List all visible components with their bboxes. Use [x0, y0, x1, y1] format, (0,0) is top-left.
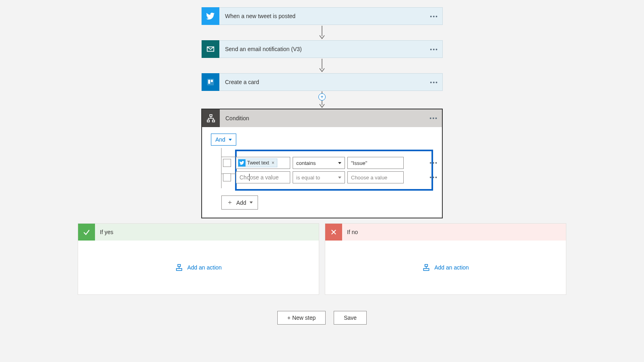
group-operator-label: And — [215, 136, 225, 143]
step-title: Send an email notification (V3) — [219, 46, 302, 52]
chevron-down-icon — [229, 139, 232, 141]
operator-placeholder: is equal to — [296, 175, 320, 181]
chevron-down-icon — [250, 202, 253, 204]
row-menu-button[interactable]: ••• — [429, 160, 439, 166]
action-trello-step[interactable]: Create a card ••• — [201, 73, 443, 91]
value-placeholder: Choose a value — [351, 175, 387, 181]
connector-arrow — [201, 58, 443, 73]
svg-rect-9 — [213, 120, 215, 122]
plus-icon: ＋ — [227, 198, 233, 207]
svg-rect-17 — [178, 265, 181, 267]
svg-rect-24 — [424, 269, 429, 271]
branch-title: If no — [342, 229, 358, 235]
step-menu-button[interactable]: ••• — [429, 109, 438, 127]
tree-connector — [217, 148, 237, 188]
token-label: Tweet text — [247, 160, 269, 166]
branch-header-yes[interactable]: If yes — [78, 224, 319, 241]
right-operand-input[interactable]: Choose a value — [347, 171, 404, 183]
action-email-step[interactable]: Send an email notification (V3) ••• — [201, 40, 443, 58]
twitter-icon — [238, 159, 246, 167]
if-yes-branch: If yes Add an action — [78, 223, 319, 295]
placeholder-text: Choose a value — [239, 174, 279, 181]
mail-icon — [202, 40, 219, 58]
flow-canvas: When a new tweet is posted ••• Send an e… — [0, 0, 644, 325]
condition-header[interactable]: Condition ••• — [202, 109, 442, 127]
chevron-down-icon — [338, 162, 341, 164]
right-operand-input[interactable]: "Issue" — [347, 157, 404, 169]
twitter-icon — [202, 7, 219, 25]
add-label: Add — [236, 200, 246, 206]
add-condition-button[interactable]: ＋ Add — [221, 195, 258, 210]
close-icon — [325, 224, 342, 241]
row-checkbox[interactable] — [223, 159, 231, 167]
step-title: When a new tweet is posted — [219, 13, 295, 19]
svg-rect-8 — [207, 120, 210, 122]
dynamic-token-tweet-text[interactable]: Tweet text × — [238, 158, 277, 167]
step-menu-button[interactable]: ••• — [430, 8, 438, 25]
condition-title: Condition — [220, 115, 249, 121]
value-text: "Issue" — [351, 160, 367, 166]
condition-row: Choose a value is equal to Choose a valu… — [240, 171, 428, 183]
svg-rect-5 — [211, 80, 213, 82]
row-menu-button[interactable]: ••• — [429, 174, 439, 181]
branch-header-no[interactable]: If no — [325, 224, 566, 241]
connector-arrow — [201, 25, 443, 40]
add-action-icon — [175, 263, 183, 272]
svg-rect-7 — [210, 115, 212, 117]
operator-select[interactable]: contains — [293, 157, 345, 169]
branch-title: If yes — [95, 229, 113, 235]
operator-select[interactable]: is equal to — [293, 171, 345, 183]
add-action-button[interactable]: Add an action — [422, 263, 469, 272]
trello-icon — [202, 73, 219, 91]
step-title: Create a card — [219, 79, 259, 85]
chevron-down-icon — [338, 177, 341, 179]
remove-token-button[interactable]: × — [271, 160, 275, 166]
step-menu-button[interactable]: ••• — [430, 74, 438, 91]
step-menu-button[interactable]: ••• — [430, 41, 438, 58]
svg-rect-19 — [177, 269, 182, 271]
insert-step-button[interactable]: + — [318, 93, 326, 101]
trigger-twitter-step[interactable]: When a new tweet is posted ••• — [201, 7, 443, 25]
new-step-button[interactable]: + New step — [277, 311, 326, 325]
operator-label: contains — [296, 160, 316, 166]
add-action-label: Add an action — [434, 264, 469, 271]
condition-branches: If yes Add an action If no Add an action — [78, 223, 566, 295]
left-operand-input[interactable]: Choose a value — [236, 171, 290, 183]
svg-rect-4 — [208, 80, 210, 84]
svg-rect-22 — [425, 265, 428, 267]
row-checkbox[interactable] — [223, 173, 231, 181]
footer-actions: + New step Save — [277, 311, 367, 325]
if-no-branch: If no Add an action — [325, 223, 566, 295]
add-action-button[interactable]: Add an action — [175, 263, 222, 272]
check-icon — [78, 224, 95, 241]
condition-card: Condition ••• And — [201, 109, 443, 218]
add-action-label: Add an action — [187, 264, 222, 271]
condition-body: And Tweet — [202, 127, 442, 218]
add-action-icon — [422, 263, 430, 272]
left-operand-input[interactable]: Tweet text × — [236, 157, 290, 169]
condition-icon — [202, 109, 220, 127]
group-operator-select[interactable]: And — [211, 134, 236, 146]
condition-rows-highlight: Tweet text × contains "Issue" ••• — [235, 150, 433, 191]
save-button[interactable]: Save — [334, 311, 367, 325]
condition-row: Tweet text × contains "Issue" ••• — [240, 157, 428, 169]
connector-arrow-with-add: + — [201, 91, 443, 109]
